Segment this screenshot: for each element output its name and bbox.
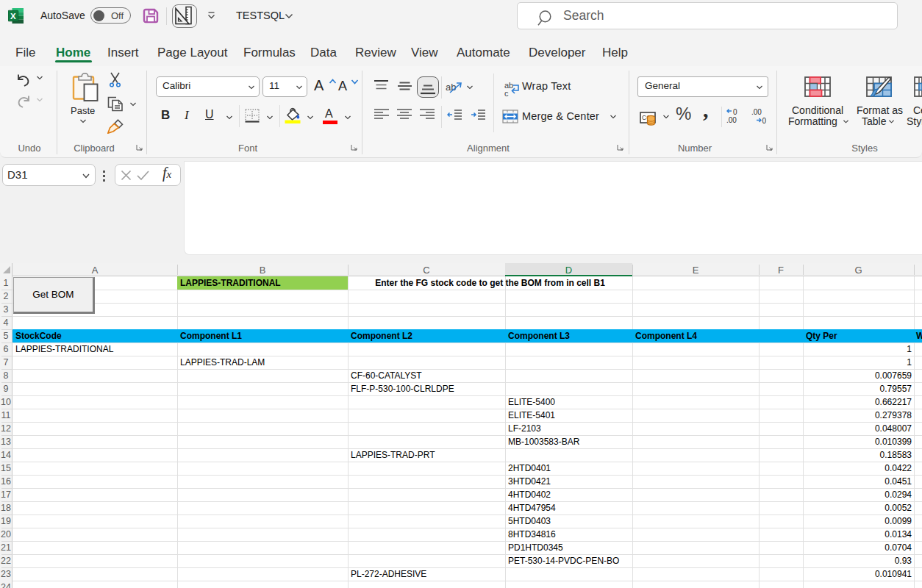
svg-text:c: c	[504, 89, 509, 97]
svg-text:ab: ab	[446, 82, 456, 93]
svg-text:.00: .00	[751, 108, 762, 116]
svg-text:X: X	[10, 12, 16, 21]
svg-text:0: 0	[733, 108, 737, 116]
svg-text:.00: .00	[726, 116, 737, 124]
svg-text:0: 0	[762, 117, 767, 125]
